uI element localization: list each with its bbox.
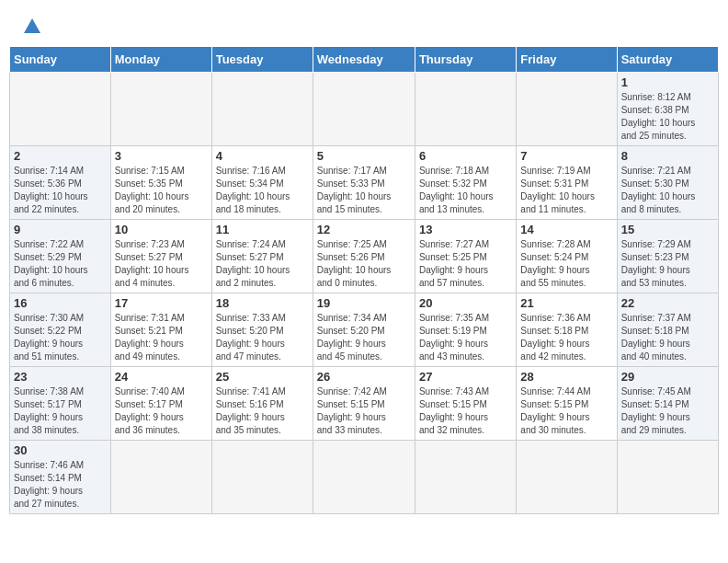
calendar-cell — [517, 73, 617, 146]
day-number: 12 — [317, 223, 411, 236]
day-info: Sunrise: 7:44 AM Sunset: 5:15 PM Dayligh… — [520, 385, 612, 437]
day-number: 30 — [14, 443, 107, 457]
day-number: 24 — [115, 370, 208, 384]
calendar-cell — [211, 441, 313, 514]
calendar-cell: 18Sunrise: 7:33 AM Sunset: 5:20 PM Dayli… — [211, 293, 313, 367]
day-info: Sunrise: 7:43 AM Sunset: 5:15 PM Dayligh… — [419, 385, 512, 437]
calendar-cell: 22Sunrise: 7:37 AM Sunset: 5:18 PM Dayli… — [617, 293, 718, 367]
day-info: Sunrise: 7:15 AM Sunset: 5:35 PM Dayligh… — [115, 165, 208, 216]
day-number: 3 — [115, 149, 208, 163]
day-number: 25 — [216, 370, 309, 384]
day-number: 17 — [115, 296, 208, 310]
calendar-week-row: 16Sunrise: 7:30 AM Sunset: 5:22 PM Dayli… — [10, 293, 719, 367]
day-number: 14 — [520, 223, 612, 236]
day-info: Sunrise: 7:17 AM Sunset: 5:33 PM Dayligh… — [317, 165, 411, 216]
calendar-week-row: 2Sunrise: 7:14 AM Sunset: 5:36 PM Daylig… — [10, 146, 719, 220]
day-info: Sunrise: 7:36 AM Sunset: 5:18 PM Dayligh… — [520, 312, 612, 363]
day-number: 21 — [520, 296, 612, 310]
weekday-monday: Monday — [110, 47, 211, 73]
calendar-cell: 1Sunrise: 8:12 AM Sunset: 6:38 PM Daylig… — [617, 73, 718, 146]
day-info: Sunrise: 7:25 AM Sunset: 5:26 PM Dayligh… — [317, 238, 411, 290]
calendar-cell: 9Sunrise: 7:22 AM Sunset: 5:29 PM Daylig… — [10, 220, 111, 293]
logo — [18, 17, 42, 37]
day-info: Sunrise: 7:19 AM Sunset: 5:31 PM Dayligh… — [520, 165, 612, 216]
day-number: 2 — [14, 149, 107, 163]
day-number: 8 — [621, 149, 714, 163]
day-info: Sunrise: 7:34 AM Sunset: 5:20 PM Dayligh… — [317, 312, 411, 363]
calendar-cell — [110, 73, 211, 146]
day-number: 19 — [317, 296, 411, 310]
day-info: Sunrise: 7:21 AM Sunset: 5:30 PM Dayligh… — [621, 165, 714, 216]
calendar-cell: 12Sunrise: 7:25 AM Sunset: 5:26 PM Dayli… — [313, 220, 415, 293]
calendar-cell: 21Sunrise: 7:36 AM Sunset: 5:18 PM Dayli… — [517, 293, 617, 367]
calendar-cell: 8Sunrise: 7:21 AM Sunset: 5:30 PM Daylig… — [617, 146, 718, 220]
calendar-cell: 13Sunrise: 7:27 AM Sunset: 5:25 PM Dayli… — [415, 220, 516, 293]
calendar-cell: 4Sunrise: 7:16 AM Sunset: 5:34 PM Daylig… — [211, 146, 313, 220]
day-info: Sunrise: 7:16 AM Sunset: 5:34 PM Dayligh… — [216, 165, 309, 216]
weekday-saturday: Saturday — [617, 47, 718, 73]
day-info: Sunrise: 7:18 AM Sunset: 5:32 PM Dayligh… — [419, 165, 512, 216]
calendar-cell: 2Sunrise: 7:14 AM Sunset: 5:36 PM Daylig… — [10, 146, 111, 220]
calendar-cell: 26Sunrise: 7:42 AM Sunset: 5:15 PM Dayli… — [313, 367, 415, 441]
day-info: Sunrise: 7:33 AM Sunset: 5:20 PM Dayligh… — [216, 312, 309, 363]
day-number: 28 — [520, 370, 612, 384]
calendar-cell — [211, 73, 313, 146]
calendar-cell: 16Sunrise: 7:30 AM Sunset: 5:22 PM Dayli… — [10, 293, 111, 367]
day-info: Sunrise: 7:42 AM Sunset: 5:15 PM Dayligh… — [317, 385, 411, 437]
day-info: Sunrise: 7:27 AM Sunset: 5:25 PM Dayligh… — [419, 238, 512, 290]
calendar-cell: 7Sunrise: 7:19 AM Sunset: 5:31 PM Daylig… — [517, 146, 617, 220]
weekday-wednesday: Wednesday — [313, 47, 415, 73]
day-number: 26 — [317, 370, 411, 384]
calendar-cell — [415, 73, 516, 146]
calendar-cell: 11Sunrise: 7:24 AM Sunset: 5:27 PM Dayli… — [211, 220, 313, 293]
calendar-week-row: 1Sunrise: 8:12 AM Sunset: 6:38 PM Daylig… — [10, 73, 719, 146]
calendar-week-row: 23Sunrise: 7:38 AM Sunset: 5:17 PM Dayli… — [10, 367, 719, 441]
day-number: 29 — [621, 370, 714, 384]
calendar-cell: 10Sunrise: 7:23 AM Sunset: 5:27 PM Dayli… — [110, 220, 211, 293]
day-number: 6 — [419, 149, 512, 163]
day-number: 15 — [621, 223, 714, 236]
day-number: 9 — [14, 223, 107, 236]
day-info: Sunrise: 7:22 AM Sunset: 5:29 PM Dayligh… — [14, 238, 107, 290]
calendar-cell: 23Sunrise: 7:38 AM Sunset: 5:17 PM Dayli… — [10, 367, 111, 441]
weekday-header-row: SundayMondayTuesdayWednesdayThursdayFrid… — [10, 47, 719, 73]
day-info: Sunrise: 7:46 AM Sunset: 5:14 PM Dayligh… — [14, 459, 107, 511]
calendar-cell: 5Sunrise: 7:17 AM Sunset: 5:33 PM Daylig… — [313, 146, 415, 220]
calendar-cell: 28Sunrise: 7:44 AM Sunset: 5:15 PM Dayli… — [517, 367, 617, 441]
day-number: 22 — [621, 296, 714, 310]
day-number: 7 — [520, 149, 612, 163]
day-number: 16 — [14, 296, 107, 310]
calendar-table: SundayMondayTuesdayWednesdayThursdayFrid… — [9, 46, 719, 514]
day-info: Sunrise: 7:37 AM Sunset: 5:18 PM Dayligh… — [621, 312, 714, 363]
weekday-tuesday: Tuesday — [211, 47, 313, 73]
day-info: Sunrise: 7:29 AM Sunset: 5:23 PM Dayligh… — [621, 238, 714, 290]
calendar-cell — [617, 441, 718, 514]
day-info: Sunrise: 7:38 AM Sunset: 5:17 PM Dayligh… — [14, 385, 107, 437]
day-info: Sunrise: 7:40 AM Sunset: 5:17 PM Dayligh… — [115, 385, 208, 437]
calendar-cell — [517, 441, 617, 514]
day-info: Sunrise: 7:24 AM Sunset: 5:27 PM Dayligh… — [216, 238, 309, 290]
day-number: 4 — [216, 149, 309, 163]
day-info: Sunrise: 7:30 AM Sunset: 5:22 PM Dayligh… — [14, 312, 107, 363]
day-number: 20 — [419, 296, 512, 310]
day-number: 27 — [419, 370, 512, 384]
day-number: 11 — [216, 223, 309, 236]
day-number: 10 — [115, 223, 208, 236]
calendar-cell: 17Sunrise: 7:31 AM Sunset: 5:21 PM Dayli… — [110, 293, 211, 367]
weekday-friday: Friday — [517, 47, 617, 73]
calendar-cell: 27Sunrise: 7:43 AM Sunset: 5:15 PM Dayli… — [415, 367, 516, 441]
day-number: 1 — [621, 75, 714, 89]
svg-marker-0 — [24, 18, 40, 33]
calendar-week-row: 30Sunrise: 7:46 AM Sunset: 5:14 PM Dayli… — [10, 441, 719, 514]
day-info: Sunrise: 7:35 AM Sunset: 5:19 PM Dayligh… — [419, 312, 512, 363]
calendar-cell: 20Sunrise: 7:35 AM Sunset: 5:19 PM Dayli… — [415, 293, 516, 367]
calendar-cell — [10, 73, 111, 146]
calendar-cell: 6Sunrise: 7:18 AM Sunset: 5:32 PM Daylig… — [415, 146, 516, 220]
calendar-cell — [110, 441, 211, 514]
day-info: Sunrise: 8:12 AM Sunset: 6:38 PM Dayligh… — [621, 91, 714, 143]
page-header — [9, 9, 719, 42]
calendar-cell: 30Sunrise: 7:46 AM Sunset: 5:14 PM Dayli… — [10, 441, 111, 514]
calendar-cell — [415, 441, 516, 514]
day-number: 5 — [317, 149, 411, 163]
day-info: Sunrise: 7:31 AM Sunset: 5:21 PM Dayligh… — [115, 312, 208, 363]
